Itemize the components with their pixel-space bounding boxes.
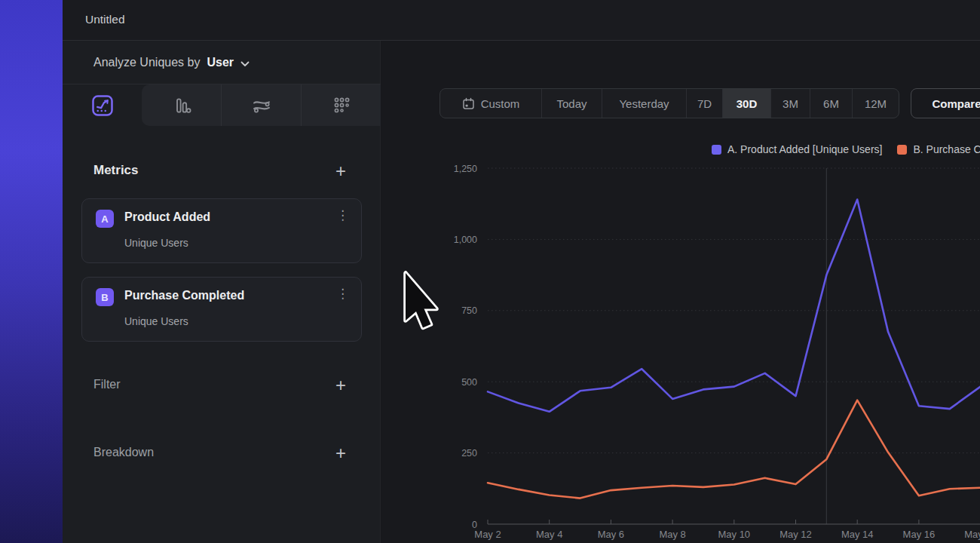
line-chart: 02505007501,0001,250May 2May 4May 6May 8…	[381, 41, 980, 543]
series-line	[488, 200, 980, 412]
kebab-menu-icon[interactable]: ⋮	[336, 287, 349, 301]
analyze-by-value[interactable]: User	[207, 56, 234, 69]
bar-chart-icon	[172, 96, 191, 115]
y-tick-label: 750	[461, 305, 477, 316]
y-tick-label: 500	[461, 377, 477, 388]
retention-grid-icon	[332, 96, 351, 115]
metric-card-b[interactable]: B Purchase Completed ⋮ Unique Users	[81, 277, 362, 342]
metric-name: Product Added	[124, 210, 210, 224]
x-tick-label: May 6	[598, 529, 624, 540]
metric-badge-a: A	[96, 210, 114, 228]
query-sidebar: Analyze Uniques by User	[63, 41, 381, 543]
x-tick-label: May 4	[536, 529, 562, 540]
analyze-by-label: Analyze Uniques by	[93, 56, 200, 69]
filter-section-header: Filter +	[63, 373, 381, 398]
series-line	[488, 400, 980, 499]
tab-line-chart[interactable]	[90, 94, 115, 118]
chart-type-tabs	[63, 84, 381, 127]
breakdown-section-header: Breakdown +	[63, 440, 381, 466]
x-tick-label: May 8	[659, 529, 685, 540]
filter-title: Filter	[93, 378, 121, 391]
kebab-menu-icon[interactable]: ⋮	[336, 209, 349, 222]
tab-retention-grid[interactable]	[301, 84, 381, 126]
add-filter-button[interactable]: +	[335, 374, 346, 397]
chart-panel: CustomTodayYesterday7D30D3M6M12M Compare…	[381, 41, 980, 543]
metrics-section-header: Metrics +	[63, 158, 381, 184]
metrics-title: Metrics	[93, 163, 139, 178]
x-tick-label: May 16	[903, 529, 936, 540]
breakdown-title: Breakdown	[93, 446, 154, 459]
y-tick-label: 250	[461, 448, 477, 459]
top-bar: Untitled	[63, 0, 980, 41]
line-chart-icon	[91, 94, 114, 117]
add-breakdown-button[interactable]: +	[335, 442, 346, 465]
add-metric-button[interactable]: +	[335, 160, 346, 183]
metric-badge-b: B	[96, 288, 114, 306]
metric-measure[interactable]: Unique Users	[124, 315, 188, 327]
x-tick-label: May 14	[841, 529, 874, 540]
chevron-down-icon[interactable]	[240, 57, 250, 70]
metric-measure[interactable]: Unique Users	[124, 237, 188, 249]
x-tick-label: May 2	[474, 529, 501, 540]
chart-type-tab-group	[142, 84, 381, 126]
flows-icon	[251, 95, 272, 116]
tab-flows[interactable]	[221, 84, 301, 126]
analyze-by-row: Analyze Uniques by User	[63, 41, 381, 84]
metric-name: Purchase Completed	[124, 289, 244, 302]
x-tick-label: May 10	[718, 529, 750, 540]
y-tick-label: 1,000	[454, 235, 477, 245]
x-tick-label: May 12	[779, 529, 812, 540]
brand-gradient-strip	[0, 0, 63, 543]
report-title[interactable]: Untitled	[85, 13, 125, 26]
x-tick-label: May 18	[964, 529, 980, 540]
tab-bar-chart[interactable]	[142, 84, 221, 126]
app-window: Untitled Analyze Uniques by User	[0, 0, 980, 543]
metric-card-a[interactable]: A Product Added ⋮ Unique Users	[81, 198, 362, 263]
y-tick-label: 1,250	[454, 164, 477, 174]
